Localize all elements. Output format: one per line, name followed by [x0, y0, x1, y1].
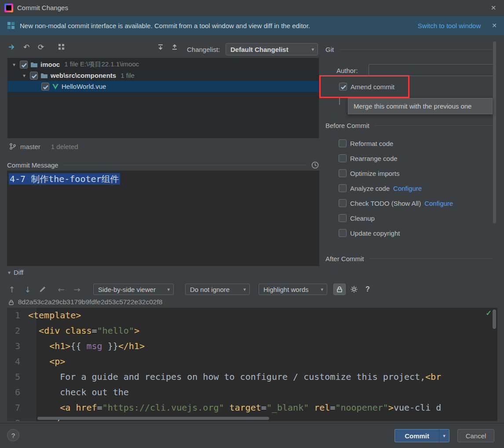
chevron-down-icon: ▾: [317, 287, 323, 292]
editor-horizontal-scrollbar[interactable]: [37, 417, 269, 420]
tree-row-components[interactable]: ▾ web\src\components 1 file: [7, 70, 319, 81]
group-by-icon[interactable]: [56, 41, 67, 53]
configure-link[interactable]: Configure: [393, 185, 422, 192]
message-history-icon[interactable]: [311, 161, 319, 169]
chevron-down-icon: ▾: [240, 287, 246, 292]
amend-checkbox[interactable]: [339, 83, 347, 91]
before-commit-label: Before Commit: [325, 122, 369, 129]
commit-dropdown-arrow[interactable]: ▾: [439, 429, 449, 442]
configure-link[interactable]: Configure: [424, 200, 453, 207]
rollback-icon[interactable]: ↶: [21, 41, 32, 53]
commit-button[interactable]: Commit ▾: [394, 429, 449, 442]
revision-hash: 8d2a53c2a29cb3179b9fdfe2d53c5722e32c02f8: [18, 298, 162, 306]
highlight-policy-value: Highlight words: [263, 286, 309, 293]
branch-row: master 1 deleted: [9, 142, 78, 150]
inspections-ok-icon: ✓✓: [486, 308, 491, 317]
ignore-policy-value: Do not ignore: [190, 286, 230, 293]
code-line: 7 <a href="https://cli.vuejs.org" target…: [7, 400, 497, 415]
changelist-select[interactable]: Default Changelist ▾: [226, 43, 318, 55]
diff-settings-icon[interactable]: [348, 284, 360, 295]
checkbox[interactable]: [339, 199, 347, 207]
highlight-policy-select[interactable]: Highlight words ▾: [259, 284, 327, 295]
next-difference-icon[interactable]: →: [70, 285, 84, 294]
chevron-expanded-icon[interactable]: ▾: [21, 73, 27, 79]
edit-source-icon[interactable]: [37, 284, 48, 295]
changes-tree[interactable]: ▾ imooc 1 file E:\项目22.1.1\imooc ▾ web\s…: [7, 58, 319, 138]
commit-message-input[interactable]: 4-7 制作the-footer组件: [7, 171, 319, 266]
commit-changes-dialog: Commit Changes ✕ New non-modal commit in…: [0, 0, 504, 448]
vue-file-icon: [52, 84, 59, 90]
before-commit-option[interactable]: Check TODO (Show All) Configure: [339, 199, 453, 207]
diff-section-header[interactable]: ▾ Diff: [8, 269, 23, 276]
previous-difference-icon[interactable]: ←: [55, 285, 68, 294]
diff-editor[interactable]: 1<template>2 <div class="hello">3 <h1>{{…: [7, 308, 497, 421]
before-commit-option[interactable]: Optimize imports: [339, 169, 453, 177]
code-line: 4 <p>: [7, 354, 497, 369]
changelist-value: Default Changelist: [230, 46, 289, 53]
before-commit-option-label: Check TODO (Show All): [350, 200, 421, 207]
lock-icon: [336, 285, 343, 293]
tool-window-icon: [7, 22, 15, 29]
switch-to-tool-window-link[interactable]: Switch to tool window: [418, 22, 481, 29]
expand-collapse-toolbar: [155, 41, 180, 53]
disable-editing-toggle[interactable]: [333, 284, 346, 295]
before-commit-option[interactable]: Rearrange code: [339, 154, 453, 162]
dialog-content: ↶ ⟳ Changelist: Default Changelist ▾ ▾: [0, 35, 504, 423]
before-commit-option[interactable]: Analyze code Configure: [339, 184, 453, 192]
before-commit-header: Before Commit: [325, 122, 493, 129]
diff-help-icon[interactable]: ?: [362, 285, 373, 293]
lock-icon: [8, 299, 15, 306]
code-line: 6 check out the: [7, 385, 497, 400]
code-line: 5 For a guide and recipes on how to conf…: [7, 369, 497, 385]
show-diff-icon[interactable]: [6, 41, 18, 53]
diff-label: Diff: [14, 269, 23, 276]
sign-off-checkbox[interactable]: [339, 97, 340, 105]
help-button[interactable]: ?: [7, 429, 19, 441]
before-commit-option[interactable]: Cleanup: [339, 214, 453, 222]
chevron-expanded-icon[interactable]: ▾: [11, 62, 17, 68]
author-field[interactable]: [369, 64, 494, 76]
commit-message-header: Commit Message: [7, 161, 319, 169]
tree-node-meta: 1 file E:\项目22.1.1\imooc: [64, 60, 139, 69]
checkbox[interactable]: [339, 214, 347, 222]
tooltip-text: Merge this commit with the previous one: [354, 102, 471, 110]
cancel-button[interactable]: Cancel: [457, 429, 494, 442]
panel-scrollbar[interactable]: [493, 41, 496, 223]
checkbox[interactable]: [339, 229, 347, 237]
amend-commit-option[interactable]: Amend commit: [339, 83, 394, 91]
chevron-down-icon: ▾: [308, 47, 314, 52]
before-commit-option-label: Reformat code: [350, 140, 393, 147]
next-change-icon[interactable]: ↓: [21, 285, 34, 294]
module-folder-icon: [30, 61, 38, 68]
tree-row-helloworld[interactable]: HelloWorld.vue: [7, 81, 319, 92]
intellij-logo-icon: [4, 4, 13, 12]
previous-change-icon[interactable]: ↑: [5, 285, 18, 294]
checkbox[interactable]: [339, 169, 347, 177]
ignore-policy-select[interactable]: Do not ignore ▾: [185, 284, 250, 295]
checkbox[interactable]: [41, 83, 49, 91]
tree-row-imooc[interactable]: ▾ imooc 1 file E:\项目22.1.1\imooc: [7, 59, 319, 70]
viewer-mode-select[interactable]: Side-by-side viewer ▾: [93, 284, 174, 295]
checkbox[interactable]: [20, 61, 28, 69]
checkbox[interactable]: [339, 184, 347, 192]
editor-vertical-scrollbar[interactable]: [493, 310, 496, 329]
commit-button-label[interactable]: Commit: [394, 429, 439, 442]
code-line: 1<template>: [7, 308, 497, 323]
commit-message-label: Commit Message: [7, 161, 58, 169]
refresh-icon[interactable]: ⟳: [35, 41, 47, 53]
divider: [369, 259, 493, 259]
chevron-down-icon: ▾: [164, 287, 170, 292]
deleted-count: 1 deleted: [51, 143, 78, 150]
checkbox[interactable]: [339, 139, 347, 147]
after-commit-label: After Commit: [325, 255, 364, 262]
checkbox[interactable]: [30, 72, 38, 80]
collapse-all-icon[interactable]: [169, 41, 180, 53]
banner-close-icon[interactable]: ✕: [492, 22, 497, 29]
expand-all-icon[interactable]: [155, 41, 166, 53]
checkbox[interactable]: [339, 154, 347, 162]
dialog-footer: ? Commit ▾ Cancel: [0, 423, 504, 448]
notification-banner: New non-modal commit interface is availa…: [0, 16, 504, 35]
close-icon[interactable]: ✕: [487, 4, 500, 12]
before-commit-option[interactable]: Update copyright: [339, 229, 453, 237]
before-commit-option[interactable]: Reformat code: [339, 139, 453, 147]
